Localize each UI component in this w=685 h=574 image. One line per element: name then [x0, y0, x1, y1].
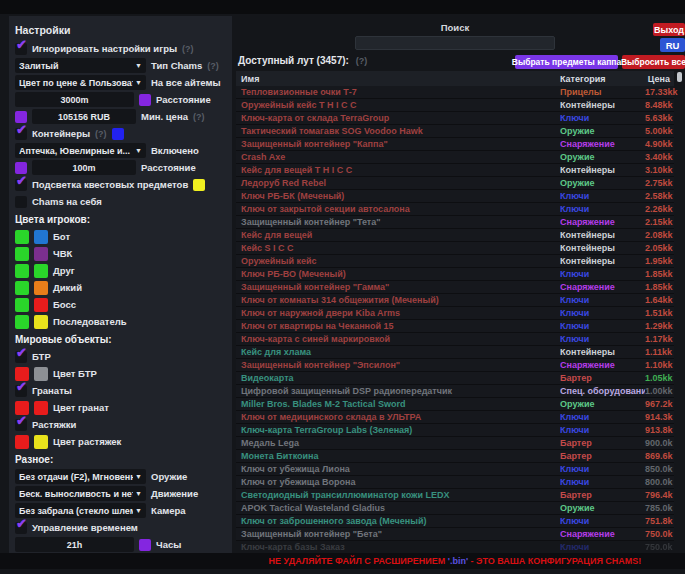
dropdown[interactable]: Аптечка, Ювелирные и...▼: [15, 143, 146, 158]
loot-table-row[interactable]: Ключ от убежища ЛионаКлючи850.0k: [236, 463, 674, 476]
color-swatch[interactable]: [15, 264, 29, 278]
settings-row-input: 3000mРасстояние: [15, 91, 227, 108]
loot-table-row[interactable]: Защищенный контейнер "Эпсилон"Снаряжение…: [236, 359, 674, 372]
color-swatch[interactable]: [34, 401, 48, 415]
loot-table-row[interactable]: Ключ от закрытой секции автосалонаКлючи2…: [236, 203, 674, 216]
checkbox[interactable]: ✔: [15, 522, 27, 534]
dropdown[interactable]: Цвет по цене & Пользователь▼: [15, 75, 146, 90]
loot-table-row[interactable]: Miller Bros. Blades M-2 Tactical SwordОр…: [236, 398, 674, 411]
search-input[interactable]: [355, 36, 555, 50]
loot-table-row[interactable]: Ледоруб Red RebelОружие2.75kk: [236, 177, 674, 190]
color-swatch[interactable]: [15, 111, 27, 123]
dropdown[interactable]: Беск. выносливость и нет уста▼: [15, 486, 146, 501]
checkbox[interactable]: ✔: [15, 128, 27, 140]
color-swatch[interactable]: [34, 264, 48, 278]
checkbox[interactable]: ✔: [15, 419, 27, 431]
loot-table-row[interactable]: Ключ-карта от склада TerraGroupКлючи5.63…: [236, 112, 674, 125]
checkbox[interactable]: ✔: [15, 179, 27, 191]
loot-table-row[interactable]: Тактический томагавк SOG Voodoo HawkОруж…: [236, 125, 674, 138]
color-swatch[interactable]: [34, 281, 48, 295]
config-warning: НЕ УДАЛЯЙТЕ ФАЙЛ С РАСШИРЕНИЕМ '.bin' - …: [236, 556, 674, 566]
loot-item-price: 4.90kk: [645, 139, 677, 149]
text-input[interactable]: 100m: [32, 160, 136, 175]
loot-table-row[interactable]: APOK Tactical Wasteland GladiusОружие785…: [236, 502, 674, 515]
loot-table-row[interactable]: Монета БиткоинаБартер869.6k: [236, 450, 674, 463]
setting-label: Бот: [53, 231, 70, 242]
color-swatch[interactable]: [15, 315, 29, 329]
checkbox[interactable]: ✔: [15, 43, 27, 55]
hint-icon: (?): [193, 112, 205, 122]
checkbox[interactable]: [15, 196, 27, 208]
color-swatch[interactable]: [34, 247, 48, 261]
check-icon: ✔: [16, 414, 27, 427]
loot-table-row[interactable]: Кейс S I C CКонтейнеры2.05kk: [236, 242, 674, 255]
loot-table-row[interactable]: Защищенный контейнер "Гамма"Снаряжение1.…: [236, 281, 674, 294]
color-swatch[interactable]: [112, 128, 124, 140]
loot-table-row[interactable]: Ключ от убежища ВоронаКлючи800.0k: [236, 476, 674, 489]
loot-table-row[interactable]: Ключ от комнаты 314 общежития (Меченый)К…: [236, 294, 674, 307]
color-swatch[interactable]: [139, 94, 151, 106]
color-swatch[interactable]: [34, 315, 48, 329]
setting-label: Мин. цена: [141, 111, 188, 122]
loot-item-category: Ключи: [560, 321, 645, 331]
loot-table-row[interactable]: Оружейный кейс T H I C CКонтейнеры8.48kk: [236, 99, 674, 112]
loot-table-row[interactable]: Тепловизионные очки Т-7Прицелы17.33kk: [236, 86, 674, 99]
color-swatch[interactable]: [34, 367, 48, 381]
loot-table-row[interactable]: Crash AxeОружие3.40kk: [236, 151, 674, 164]
color-swatch[interactable]: [34, 230, 48, 244]
loot-table-row[interactable]: Оружейный кейсКонтейнеры1.95kk: [236, 255, 674, 268]
color-swatch[interactable]: [15, 435, 29, 449]
loot-table-row[interactable]: Цифровой защищенный DSP радиопередатчикС…: [236, 385, 674, 398]
loot-table-row[interactable]: Ключ РБ-БК (Меченый)Ключи2.58kk: [236, 190, 674, 203]
loot-table-row[interactable]: Защищенный контейнер "Каппа"Снаряжение4.…: [236, 138, 674, 151]
loot-item-price: 2.26kk: [645, 204, 677, 214]
color-swatch[interactable]: [15, 298, 29, 312]
exit-button[interactable]: Выход: [653, 23, 685, 36]
select-kappa-items-button[interactable]: Выбрать предметы каппа: [515, 55, 618, 69]
loot-table-row[interactable]: Кейс для хламаКонтейнеры1.11kk: [236, 346, 674, 359]
loot-table-row[interactable]: Ключ от заброшенного завода (Меченый)Клю…: [236, 515, 674, 528]
color-swatch[interactable]: [15, 162, 27, 174]
settings-row-input: 100mРасстояние: [15, 159, 227, 176]
color-swatch[interactable]: [193, 179, 205, 191]
loot-rows: Тепловизионные очки Т-7Прицелы17.33kkОру…: [236, 86, 674, 554]
settings-row-section: Цвета игроков:: [15, 210, 227, 228]
color-swatch[interactable]: [15, 281, 29, 295]
text-input[interactable]: 105156 RUB: [32, 109, 136, 124]
color-swatch[interactable]: [15, 230, 29, 244]
loot-table-row[interactable]: Кейс для вещейКонтейнеры2.08kk: [236, 229, 674, 242]
loot-table-row[interactable]: Ключ РБ-ВО (Меченый)Ключи1.85kk: [236, 268, 674, 281]
loot-table-row[interactable]: Ключ от квартиры на Чеканной 15Ключи1.29…: [236, 320, 674, 333]
loot-item-name: Монета Биткоина: [236, 451, 560, 461]
loot-table-row[interactable]: Кейс для вещей T H I C CКонтейнеры3.10kk: [236, 164, 674, 177]
checkbox[interactable]: ✔: [15, 351, 27, 363]
loot-item-category: Бартер: [560, 438, 645, 448]
color-swatch[interactable]: [34, 298, 48, 312]
dropdown[interactable]: Без отдачи (F2), Мгновенное п▼: [15, 469, 146, 484]
loot-item-price: 850.0k: [645, 464, 677, 474]
loot-table-row[interactable]: Защищенный контейнер "Бета"Снаряжение750…: [236, 528, 674, 541]
loot-table-row[interactable]: Ключ от наружной двери Kiba ArmsКлючи1.5…: [236, 307, 674, 320]
loot-table-row[interactable]: Светодиодный трансиллюминатор кожи LEDXБ…: [236, 489, 674, 502]
color-swatch[interactable]: [34, 435, 48, 449]
color-swatch[interactable]: [15, 247, 29, 261]
loot-table-row[interactable]: Защищенный контейнер "Тета"Снаряжение2.1…: [236, 216, 674, 229]
loot-table-row[interactable]: Ключ-карта с синей маркировкойКлючи1.17k…: [236, 333, 674, 346]
settings-row-checkbox: ✔Управление временем: [15, 519, 227, 536]
color-swatch[interactable]: [139, 539, 151, 551]
language-button[interactable]: RU: [660, 38, 685, 52]
discard-all-button[interactable]: Выбросить все: [622, 55, 685, 69]
loot-table-row[interactable]: Медаль LegaБартер900.0k: [236, 437, 674, 450]
loot-table-row[interactable]: ВидеокартаБартер1.05kk: [236, 372, 674, 385]
scrollbar[interactable]: [677, 72, 682, 82]
loot-item-price: 1.95kk: [645, 256, 677, 266]
settings-row-input: 21hЧасы: [15, 536, 227, 553]
text-input[interactable]: 21h: [15, 537, 134, 552]
dropdown[interactable]: Без забрала (стекло шлема)▼: [15, 503, 146, 518]
loot-item-name: Ключ-карта базы Заказ: [236, 542, 560, 552]
loot-table-row[interactable]: Ключ-карта TerraGroup Labs (Зеленая)Ключ…: [236, 424, 674, 437]
dropdown[interactable]: Залитый▼: [15, 58, 146, 73]
loot-table-row[interactable]: Ключ от медицинского склада в УЛЬТРАКлюч…: [236, 411, 674, 424]
text-input[interactable]: 3000m: [15, 92, 134, 107]
checkbox[interactable]: ✔: [15, 385, 27, 397]
